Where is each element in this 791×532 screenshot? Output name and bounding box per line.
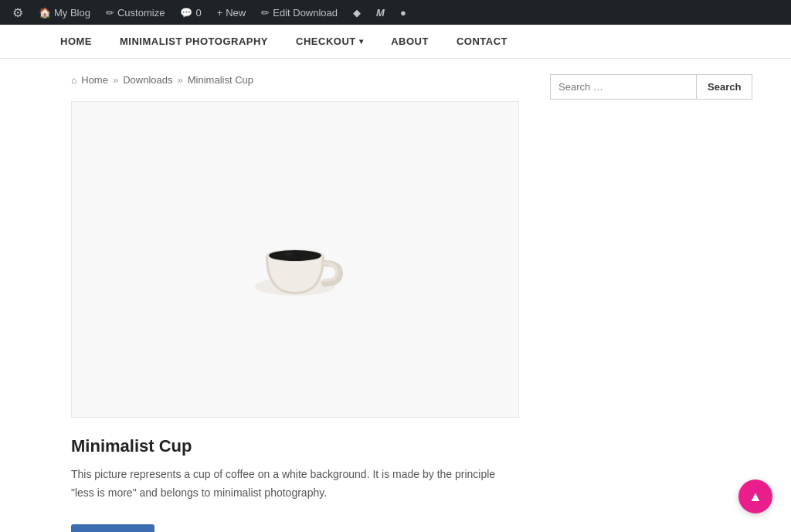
nav-link-checkout[interactable]: CHECKOUT ▾ (282, 25, 377, 58)
admin-bar-new[interactable]: + New (211, 0, 253, 25)
admin-bar-wp-logo[interactable]: ⚙ (6, 0, 29, 25)
nav-link-contact[interactable]: CONTACT (443, 25, 521, 58)
product-title: Minimalist Cup (71, 436, 519, 456)
comments-count: 0 (195, 7, 201, 19)
search-form: Search (550, 74, 720, 100)
myblog-label: My Blog (54, 7, 90, 19)
admin-bar-edit-download[interactable]: ✏ Edit Download (255, 0, 344, 25)
customize-icon: ✏ (106, 7, 114, 19)
breadcrumb-downloads-link[interactable]: Downloads (123, 74, 172, 86)
nav-item-home: HOME (46, 25, 106, 58)
comments-icon: 💬 (180, 7, 192, 19)
diamond-icon: ◆ (353, 7, 361, 19)
new-icon: + (217, 7, 223, 19)
product-image (71, 101, 519, 418)
admin-bar-icon1[interactable]: ◆ (347, 0, 367, 25)
breadcrumb-sep-1: » (113, 74, 118, 86)
search-button[interactable]: Search (696, 74, 752, 100)
back-to-top-icon: ▲ (749, 489, 762, 505)
coffee-cup-svg (233, 198, 357, 321)
sidebar: Search (550, 74, 720, 532)
content-area: ⌂ Home » Downloads » Minimalist Cup (0, 59, 791, 532)
new-label: New (226, 7, 246, 19)
myblog-icon: 🏠 (39, 7, 51, 19)
nav-link-home[interactable]: HOME (46, 25, 106, 58)
nav-link-minimalist-photography[interactable]: MINIMALIST PHOTOGRAPHY (106, 25, 282, 58)
search-widget: Search (550, 74, 720, 100)
edit-download-label: Edit Download (273, 7, 338, 19)
main-navigation: HOME MINIMALIST PHOTOGRAPHY CHECKOUT ▾ A… (0, 25, 791, 59)
back-to-top-button[interactable]: ▲ (738, 479, 772, 513)
admin-bar-customize[interactable]: ✏ Customize (100, 0, 171, 25)
nav-link-about[interactable]: ABOUT (377, 25, 443, 58)
circle-icon: ● (400, 7, 406, 19)
main-content: ⌂ Home » Downloads » Minimalist Cup (71, 74, 519, 532)
svg-point-2 (269, 250, 321, 261)
checkout-nav-label: CHECKOUT (296, 36, 356, 47)
nav-item-checkout: CHECKOUT ▾ (282, 25, 377, 58)
breadcrumb-sep-2: » (178, 74, 183, 86)
nav-item-contact: CONTACT (443, 25, 521, 58)
admin-bar-icon2[interactable]: M (370, 0, 391, 25)
page-inner: ⌂ Home » Downloads » Minimalist Cup (25, 59, 766, 532)
breadcrumb-current: Minimalist Cup (188, 74, 253, 86)
nav-list: HOME MINIMALIST PHOTOGRAPHY CHECKOUT ▾ A… (46, 25, 745, 58)
home-icon: ⌂ (71, 75, 76, 86)
admin-bar-icon3[interactable]: ● (394, 0, 412, 25)
nav-item-about: ABOUT (377, 25, 443, 58)
checkout-button[interactable]: Checkout (71, 524, 154, 532)
edit-download-icon: ✏ (261, 7, 270, 19)
wp-logo-icon: ⚙ (12, 5, 23, 20)
checkout-dropdown-arrow: ▾ (359, 37, 364, 46)
admin-bar: ⚙ 🏠 My Blog ✏ Customize 💬 0 + New ✏ Edit… (0, 0, 791, 25)
search-input[interactable] (550, 74, 696, 100)
customize-label: Customize (117, 7, 165, 19)
svg-point-3 (284, 252, 294, 256)
m-icon: M (376, 7, 385, 19)
nav-item-minimalist-photography: MINIMALIST PHOTOGRAPHY (106, 25, 282, 58)
product-description: This picture represents a cup of coffee … (71, 466, 519, 503)
breadcrumb-home-link[interactable]: Home (81, 74, 108, 86)
admin-bar-myblog[interactable]: 🏠 My Blog (32, 0, 97, 25)
breadcrumb: ⌂ Home » Downloads » Minimalist Cup (71, 74, 519, 86)
coffee-cup-illustration (72, 102, 518, 417)
admin-bar-comments[interactable]: 💬 0 (174, 0, 207, 25)
